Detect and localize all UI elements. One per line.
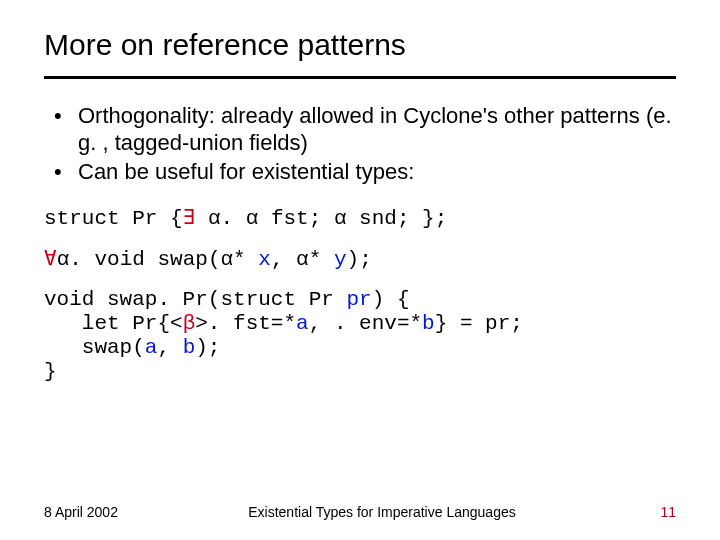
var-b: b [422, 312, 435, 335]
exists-symbol: ∃ [183, 207, 196, 230]
footer-page-number: 11 [646, 504, 676, 520]
code-text: , α* [271, 248, 334, 271]
footer-title: Existential Types for Imperative Languag… [118, 504, 646, 520]
bullet-list: Orthogonality: already allowed in Cyclon… [44, 103, 676, 185]
title-rule [44, 76, 676, 79]
code-text: ); [347, 248, 372, 271]
code-text: swap( [44, 336, 145, 359]
code-block-2: ∀α. void swap(α* x, α* y); [44, 248, 676, 272]
code-text: ); [195, 336, 220, 359]
var-pr: pr [346, 288, 371, 311]
var-b: b [183, 336, 196, 359]
code-text: void swap. Pr(struct Pr [44, 288, 346, 311]
beta-symbol: β [183, 312, 196, 335]
code-text: ) { [372, 288, 410, 311]
slide: More on reference patterns Orthogonality… [0, 0, 720, 540]
forall-symbol: ∀ [44, 248, 57, 271]
code-text: struct Pr { [44, 207, 183, 230]
var-a: a [296, 312, 309, 335]
code-text: } [44, 360, 57, 383]
code-text: α. α fst; α snd; }; [195, 207, 447, 230]
footer-date: 8 April 2002 [44, 504, 118, 520]
var-a: a [145, 336, 158, 359]
code-text: , [157, 336, 182, 359]
code-text: α. void swap(α* [57, 248, 259, 271]
var-y: y [334, 248, 347, 271]
code-text: >. fst=* [195, 312, 296, 335]
code-block-1: struct Pr {∃ α. α fst; α snd; }; [44, 207, 676, 231]
code-block-3: void swap. Pr(struct Pr pr) { let Pr{<β>… [44, 288, 676, 385]
slide-title: More on reference patterns [44, 28, 676, 70]
var-x: x [258, 248, 271, 271]
code-text: let Pr{< [44, 312, 183, 335]
code-text: } = pr; [435, 312, 523, 335]
bullet-item: Can be useful for existential types: [44, 159, 676, 186]
bullet-item: Orthogonality: already allowed in Cyclon… [44, 103, 676, 157]
slide-footer: 8 April 2002 Existential Types for Imper… [44, 504, 676, 520]
code-text: , . env=* [309, 312, 422, 335]
